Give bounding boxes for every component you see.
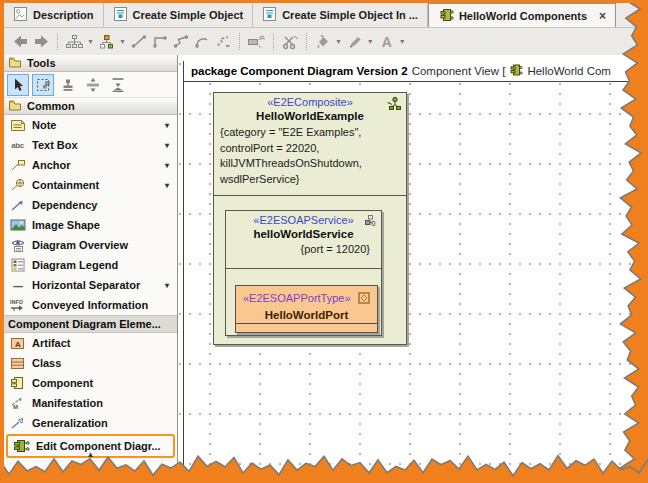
palette-section-component-diagram-elements[interactable]: Component Diagram Eleme... — [4, 315, 177, 333]
tab-label: HelloWorld Components — [459, 10, 587, 22]
stamp-tool-icon[interactable] — [57, 74, 79, 96]
dropdown-caret-icon[interactable]: ▼ — [335, 38, 342, 45]
palette-item-note[interactable]: Note ▾ — [4, 115, 177, 135]
fill-color-icon[interactable] — [313, 31, 333, 53]
svg-text:0: 0 — [372, 220, 376, 227]
diagram-frame-header[interactable]: package Component Diagram Version 2 Comp… — [183, 61, 648, 82]
description-icon — [13, 6, 28, 24]
palette-item-label: Horizontal Separator — [32, 279, 159, 291]
palette-item-diagram-overview[interactable]: Diagram Overview — [4, 235, 177, 255]
palette-item-class[interactable]: Class — [4, 353, 177, 373]
back-arrow-icon[interactable] — [10, 31, 30, 53]
palette-item-label: Containment — [32, 179, 159, 191]
frame-package-title: package Component Diagram Version 2 — [191, 65, 408, 77]
tab-create-simple-object[interactable]: Create Simple Object — [104, 3, 254, 27]
chevron-down-icon[interactable]: ▾ — [165, 181, 172, 190]
component-helloworldservice[interactable]: «E2ESOAPService» 0 helloWorldService {po… — [225, 210, 382, 336]
diagram-palette: Tools Common — [4, 55, 178, 483]
diagram-canvas[interactable]: package Component Diagram Version 2 Comp… — [178, 55, 648, 483]
dropdown-caret-icon[interactable]: ▼ — [399, 38, 406, 45]
display-related-icon[interactable] — [246, 31, 267, 53]
folder-icon — [8, 56, 22, 70]
containment-layout-icon[interactable] — [64, 31, 85, 53]
chevron-down-icon[interactable]: ▾ — [165, 141, 172, 150]
component-name: HelloWorldExample — [220, 110, 400, 122]
conveyed-information-icon: INFO — [9, 298, 26, 312]
palette-item-artifact[interactable]: A Artifact — [4, 333, 177, 353]
rectilinear-line-icon[interactable] — [150, 31, 170, 53]
font-icon[interactable]: A — [377, 31, 397, 53]
palette-item-horizontal-separator[interactable]: ---- Horizontal Separator ▾ — [4, 275, 177, 295]
svg-text:M: M — [13, 404, 18, 410]
palette-item-dependency[interactable]: Dependency — [4, 195, 177, 215]
palette-item-diagram-legend[interactable]: Diagram Legend — [4, 255, 177, 275]
content-diagram-icon — [113, 6, 128, 24]
quick-layout-icon[interactable] — [97, 31, 117, 53]
component-property-line: killJVMThreadsOnShutdown, — [220, 156, 400, 172]
select-tool-icon[interactable] — [7, 74, 29, 96]
stereotype-label: «E2EComposite» — [220, 96, 400, 108]
palette-item-label: Diagram Legend — [32, 259, 172, 271]
palette-item-anchor[interactable]: Anchor ▾ — [4, 155, 177, 175]
chevron-down-icon[interactable]: ▾ — [165, 161, 172, 170]
curved-line-icon[interactable] — [192, 31, 212, 53]
palette-item-label: Anchor — [32, 159, 159, 171]
chevron-down-icon[interactable]: ▾ — [165, 121, 172, 130]
dropdown-caret-icon[interactable]: ▼ — [367, 38, 374, 45]
palette-item-label: Note — [32, 119, 159, 131]
dropdown-caret-icon[interactable]: ▼ — [119, 38, 126, 45]
vertical-distribute-icon[interactable] — [82, 74, 104, 96]
frame-view-label: Component View [ — [412, 65, 506, 77]
palette-item-label: Component — [32, 377, 172, 389]
palette-item-label: Dependency — [32, 199, 172, 211]
palette-item-generalization[interactable]: Generalization — [4, 413, 177, 433]
diagram-frame-border — [183, 82, 184, 483]
component-helloworldport[interactable]: «E2ESOAPPortType» HelloWorldPort — [235, 285, 378, 333]
composite-structure-icon — [386, 96, 402, 115]
tab-helloworld-components[interactable]: HelloWorld Components × — [428, 3, 616, 27]
palette-item-component[interactable]: Component — [4, 373, 177, 393]
palette-item-conveyed-information[interactable]: INFO Conveyed Information — [4, 295, 177, 315]
tab-create-simple-object-in[interactable]: Create Simple Object In ... — [253, 3, 428, 27]
palette-section-tools[interactable]: Tools — [4, 55, 177, 72]
cut-icon[interactable] — [280, 31, 300, 53]
app-window: Description Create Simple Object Create … — [0, 0, 648, 483]
dropdown-caret-icon[interactable]: ▼ — [87, 38, 94, 45]
palette-item-text-box[interactable]: abc Text Box ▾ — [4, 135, 177, 155]
palette-item-label: Class — [32, 357, 172, 369]
chevron-down-icon[interactable]: ▾ — [165, 281, 172, 290]
component-helloworldexample[interactable]: «E2EComposite» HelloWorldExample {catego… — [213, 92, 407, 345]
palette-item-containment[interactable]: Containment ▾ — [4, 175, 177, 195]
spline-line-icon[interactable] — [213, 31, 233, 53]
pen-color-icon[interactable] — [345, 31, 365, 53]
frame-edge-top — [0, 0, 648, 3]
stereotype-label: «E2ESOAPPortType» — [243, 292, 351, 304]
tab-label: Create Simple Object In ... — [282, 9, 418, 21]
palette-item-image-shape[interactable]: Image Shape — [4, 215, 177, 235]
palette-item-label: Artifact — [32, 337, 172, 349]
tab-description[interactable]: Description — [4, 3, 104, 27]
marquee-tool-icon[interactable] — [32, 74, 54, 96]
text-box-icon: abc — [9, 141, 26, 150]
palette-section-common[interactable]: Common — [4, 98, 177, 115]
palette-scroll-arrow[interactable]: ▲ — [4, 450, 177, 459]
service-property: {port = 12020} — [231, 243, 376, 255]
tab-label: Create Simple Object — [133, 9, 244, 21]
component-property-line: {category = "E2E Examples", — [220, 125, 400, 141]
svg-text:A: A — [15, 339, 21, 348]
oblique-line-icon[interactable] — [171, 31, 191, 53]
straight-line-icon[interactable] — [129, 31, 149, 53]
svg-text:INFO: INFO — [10, 299, 24, 305]
component-body-compartment: «E2ESOAPService» 0 helloWorldService {po… — [214, 196, 406, 344]
close-icon[interactable]: × — [599, 10, 606, 22]
image-shape-icon — [9, 219, 26, 231]
artifact-icon: A — [9, 337, 26, 350]
vertical-align-icon[interactable] — [107, 74, 129, 96]
anchor-icon — [9, 158, 26, 172]
porttype-icon — [358, 290, 370, 308]
forward-arrow-icon[interactable] — [31, 31, 51, 53]
dependency-icon — [9, 199, 26, 212]
palette-item-manifestation[interactable]: M Manifestation — [4, 393, 177, 413]
palette-item-label: Text Box — [32, 139, 159, 151]
porttype-name: HelloWorldPort — [236, 309, 377, 321]
